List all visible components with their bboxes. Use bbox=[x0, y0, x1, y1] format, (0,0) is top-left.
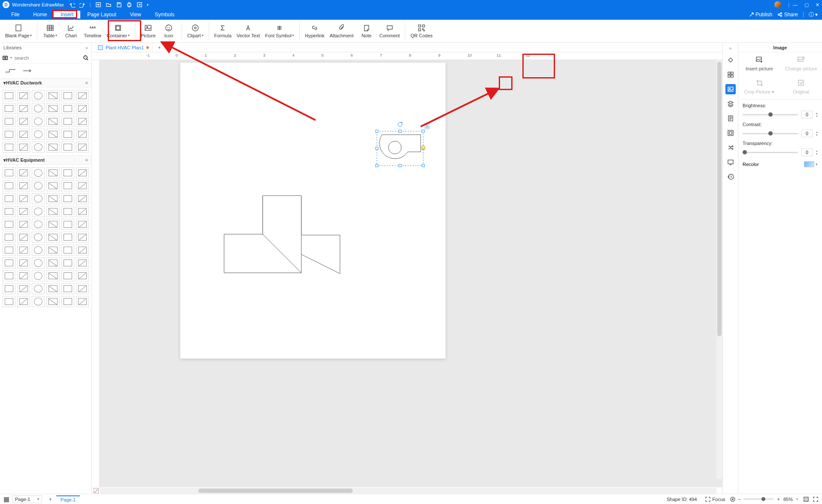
library-shape[interactable] bbox=[76, 257, 89, 269]
library-shape[interactable] bbox=[61, 142, 74, 153]
formula-button[interactable]: Formula bbox=[212, 23, 234, 39]
widgets-tool-icon[interactable] bbox=[725, 69, 736, 80]
page-tool-icon[interactable] bbox=[725, 113, 736, 124]
category-hvac-equipment[interactable]: ▾ HVAC Equipment× bbox=[0, 155, 91, 165]
library-shape[interactable] bbox=[61, 219, 74, 230]
connector-arrow-icon[interactable] bbox=[22, 69, 33, 73]
library-shape[interactable] bbox=[17, 206, 30, 217]
canvas-tool-icon[interactable] bbox=[725, 128, 736, 138]
vector-text-button[interactable]: Vector Text bbox=[234, 23, 262, 39]
library-shape[interactable] bbox=[3, 244, 15, 256]
close-category-icon[interactable]: × bbox=[85, 80, 88, 85]
brightness-slider[interactable] bbox=[743, 114, 798, 115]
image-tool-icon[interactable] bbox=[725, 84, 736, 94]
document-tab[interactable]: Plant HVAC Plan1 bbox=[94, 43, 153, 52]
library-shape[interactable] bbox=[46, 90, 59, 101]
library-shape[interactable] bbox=[17, 103, 30, 114]
library-shape[interactable] bbox=[46, 296, 59, 307]
library-shape[interactable] bbox=[32, 90, 45, 101]
library-shape[interactable] bbox=[61, 232, 74, 243]
library-shape[interactable] bbox=[3, 206, 15, 217]
library-shape[interactable] bbox=[3, 232, 15, 243]
icon-button[interactable]: Icon bbox=[158, 23, 179, 39]
connector-elbow-icon[interactable] bbox=[4, 69, 16, 73]
zoom-caret-icon[interactable]: ▾ bbox=[796, 497, 798, 501]
container-button[interactable]: Container▾ bbox=[104, 23, 132, 39]
export-icon[interactable] bbox=[136, 2, 143, 8]
library-shape[interactable] bbox=[32, 116, 45, 127]
clipart-button[interactable]: Clipart▾ bbox=[185, 23, 206, 39]
library-shape[interactable] bbox=[76, 283, 89, 294]
minimize-icon[interactable]: — bbox=[793, 2, 798, 7]
picture-button[interactable]: Picture bbox=[138, 23, 158, 39]
library-shape[interactable] bbox=[61, 116, 74, 127]
canvas-surface[interactable] bbox=[100, 60, 722, 487]
library-shape[interactable] bbox=[76, 142, 89, 153]
library-shape[interactable] bbox=[32, 270, 45, 281]
add-tab-button[interactable]: ＋ bbox=[153, 44, 166, 51]
save-icon[interactable] bbox=[116, 2, 122, 8]
menu-file[interactable]: File bbox=[4, 11, 26, 18]
library-shape[interactable] bbox=[46, 142, 59, 153]
maximize-icon[interactable]: ▢ bbox=[804, 2, 809, 8]
library-shape[interactable] bbox=[61, 206, 74, 217]
table-button[interactable]: Table▾ bbox=[40, 23, 61, 39]
zoom-out-button[interactable]: − bbox=[738, 497, 741, 502]
library-shape[interactable] bbox=[32, 296, 45, 307]
library-shape[interactable] bbox=[17, 232, 30, 243]
library-shape[interactable] bbox=[32, 257, 45, 269]
library-shape[interactable] bbox=[32, 232, 45, 243]
search-input[interactable] bbox=[15, 55, 80, 60]
page-selector[interactable]: Page-1▾ bbox=[12, 495, 42, 503]
library-shape[interactable] bbox=[3, 270, 15, 281]
history-tool-icon[interactable] bbox=[725, 172, 736, 182]
library-shape[interactable] bbox=[61, 257, 74, 269]
library-shape[interactable] bbox=[46, 167, 59, 178]
open-icon[interactable] bbox=[106, 2, 112, 8]
library-shape[interactable] bbox=[17, 244, 30, 256]
rotate-handle-icon[interactable] bbox=[398, 122, 402, 127]
library-add-icon[interactable] bbox=[3, 55, 8, 60]
publish-button[interactable]: Publish bbox=[749, 12, 773, 18]
close-icon[interactable]: ✕ bbox=[816, 2, 819, 8]
library-shape[interactable] bbox=[17, 129, 30, 140]
category-hvac-ductwork[interactable]: ▾ HVAC Ductwork× bbox=[0, 78, 91, 88]
library-shape[interactable] bbox=[3, 193, 15, 204]
shuffle-tool-icon[interactable] bbox=[725, 142, 736, 153]
no-color-swatch[interactable] bbox=[94, 488, 99, 493]
library-shape[interactable] bbox=[17, 167, 30, 178]
blank-page-button[interactable]: Blank Page▾ bbox=[3, 23, 34, 39]
present-tool-icon[interactable] bbox=[725, 157, 736, 167]
focus-label[interactable]: Focus bbox=[713, 497, 725, 502]
library-shape[interactable] bbox=[46, 283, 59, 294]
library-shape[interactable] bbox=[46, 244, 59, 256]
style-tool-icon[interactable] bbox=[725, 55, 736, 65]
library-shape[interactable] bbox=[32, 129, 45, 140]
library-shape[interactable] bbox=[76, 129, 89, 140]
library-shape[interactable] bbox=[61, 283, 74, 294]
library-shape[interactable] bbox=[61, 129, 74, 140]
library-shape[interactable] bbox=[32, 283, 45, 294]
menu-insert[interactable]: Insert bbox=[54, 11, 80, 18]
library-shape[interactable] bbox=[76, 219, 89, 230]
attachment-button[interactable]: Attachment bbox=[327, 23, 356, 39]
library-shape[interactable] bbox=[46, 257, 59, 269]
library-shape[interactable] bbox=[17, 219, 30, 230]
zoom-slider[interactable] bbox=[743, 498, 773, 500]
comment-button[interactable]: Comment bbox=[377, 23, 403, 39]
library-shape[interactable] bbox=[46, 206, 59, 217]
library-shape[interactable] bbox=[46, 116, 59, 127]
library-shape[interactable] bbox=[17, 180, 30, 191]
transparency-spinner[interactable]: ▴▾ bbox=[816, 149, 818, 155]
library-shape[interactable] bbox=[76, 193, 89, 204]
page-list-icon[interactable] bbox=[3, 496, 9, 502]
redo-icon[interactable] bbox=[79, 2, 85, 8]
library-shape[interactable] bbox=[46, 193, 59, 204]
library-shape[interactable] bbox=[32, 244, 45, 256]
transparency-value[interactable]: 0 bbox=[801, 148, 813, 156]
library-shape[interactable] bbox=[3, 219, 15, 230]
vertical-scrollbar[interactable] bbox=[716, 60, 722, 479]
contrast-slider[interactable] bbox=[743, 133, 798, 134]
contrast-value[interactable]: 0 bbox=[801, 130, 813, 137]
library-shape[interactable] bbox=[76, 103, 89, 114]
